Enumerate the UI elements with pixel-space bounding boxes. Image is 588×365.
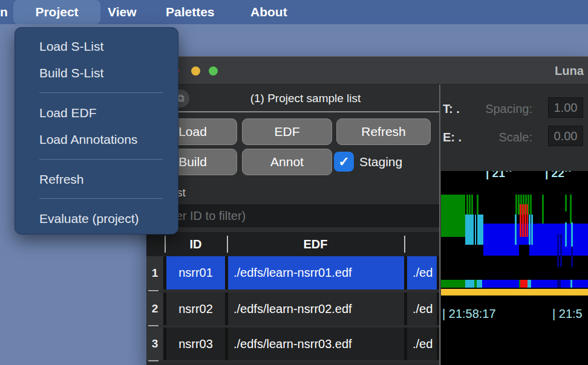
desktop: n Project View Palettes About Luna ⧉ (1)… bbox=[0, 0, 588, 365]
spacing-label: Spacing: bbox=[474, 99, 532, 119]
traffic-light-zoom-button[interactable] bbox=[209, 66, 218, 76]
pane-header: ⧉ (1) Project sample list bbox=[146, 85, 440, 112]
pane-splitter[interactable] bbox=[439, 85, 440, 365]
spacing-input[interactable]: 1.00 bbox=[548, 97, 583, 118]
hypnogram-segment-W bbox=[515, 195, 517, 215]
scale-label: Scale: bbox=[474, 127, 532, 147]
hypnogram-segment-N1 bbox=[531, 215, 533, 245]
menu-item-load-annots[interactable]: Load Annotations bbox=[15, 129, 178, 150]
hour-tick: | 2100 bbox=[486, 171, 512, 180]
row-number: 3 bbox=[146, 328, 163, 360]
hypnogram-segment-N1 bbox=[565, 222, 567, 247]
table-header: ID EDF bbox=[146, 232, 440, 256]
hypnogram-segment-R bbox=[524, 204, 526, 237]
table-row[interactable]: 3 nsrr03 ./edfs/learn-nsrr03.edf ./ed bbox=[146, 328, 440, 360]
cell-edf[interactable]: ./edfs/learn-nsrr01.edf bbox=[228, 256, 404, 289]
check-icon: ✓ bbox=[338, 154, 349, 169]
cell-edf[interactable]: ./edfs/learn-nsrr02.edf bbox=[228, 292, 404, 325]
menu-item-evaluate[interactable]: Evaluate (project) bbox=[15, 208, 178, 229]
pane-title: (1) Project sample list bbox=[171, 85, 440, 112]
row-divider bbox=[148, 290, 158, 291]
hypnogram-segment-gap bbox=[476, 215, 477, 245]
window-start-timestamp: | 21:58:17 bbox=[442, 307, 496, 321]
hypnogram-segment-R bbox=[520, 204, 521, 237]
menubar-item-about[interactable]: About bbox=[241, 0, 297, 24]
epoch-label: E: . bbox=[443, 127, 462, 147]
hour-tick: | 2200 bbox=[545, 171, 572, 180]
hypnogram-segment-W bbox=[542, 195, 544, 224]
staging-checkbox[interactable]: ✓ bbox=[334, 152, 354, 172]
menu-separator bbox=[39, 198, 163, 199]
edf-button[interactable]: EDF bbox=[242, 118, 332, 145]
hypnogram-segment-W bbox=[441, 195, 465, 237]
hypnogram-segment-W bbox=[477, 195, 479, 215]
hypnogram-segment-N2 bbox=[483, 224, 519, 256]
hypnogram-segment-gap bbox=[519, 245, 529, 256]
menubar: n Project View Palettes About bbox=[0, 0, 588, 24]
column-header-id[interactable]: ID bbox=[165, 232, 227, 256]
hypnogram-segment-R bbox=[520, 280, 528, 288]
hypnogram-segment-N3 bbox=[560, 234, 562, 267]
hypnogram-canvas[interactable]: | 2100 | 2200 | 21:58:17 | 21:5 bbox=[441, 171, 588, 365]
hypnogram-segment-N1 bbox=[477, 280, 482, 288]
cell-annot[interactable]: ./ed bbox=[407, 328, 437, 360]
cell-id[interactable]: nsrr01 bbox=[166, 256, 225, 289]
hypnogram-segment-W bbox=[530, 195, 532, 215]
menubar-item-project[interactable]: Project bbox=[13, 0, 100, 24]
cell-edf[interactable]: ./edfs/learn-nsrr03.edf bbox=[228, 328, 404, 360]
cell-annot[interactable]: ./ed bbox=[407, 256, 437, 289]
menu-item-refresh[interactable]: Refresh bbox=[15, 169, 178, 190]
hypnogram-segment-gap bbox=[474, 215, 475, 245]
column-header-edf[interactable]: EDF bbox=[227, 232, 404, 256]
menubar-item-palettes[interactable]: Palettes bbox=[156, 0, 224, 24]
hypnogram-segment-N1 bbox=[571, 222, 573, 247]
row-divider bbox=[148, 360, 158, 361]
track-label: T: . bbox=[443, 99, 460, 119]
menu-item-build-slist[interactable]: Build S-List bbox=[15, 63, 178, 83]
hypnogram-segment-W bbox=[570, 195, 572, 224]
column-divider[interactable] bbox=[404, 236, 405, 253]
id-filter-input[interactable] bbox=[148, 204, 440, 227]
hypnogram-segment-W bbox=[471, 195, 473, 215]
hypnogram-segment-W bbox=[469, 195, 471, 215]
luna-window: Luna ⧉ (1) Project sample list Load EDF … bbox=[146, 56, 588, 365]
menu-item-load-edf[interactable]: Load EDF bbox=[15, 103, 178, 123]
hypnogram-segment-N2 bbox=[531, 280, 557, 288]
refresh-button[interactable]: Refresh bbox=[336, 118, 431, 145]
menu-item-load-slist[interactable]: Load S-List bbox=[15, 36, 178, 57]
hypnogram-segment-N2 bbox=[482, 280, 519, 288]
hypnogram-segment-W bbox=[441, 280, 465, 288]
hypnogram-segment-N2 bbox=[561, 280, 570, 288]
cell-id[interactable]: nsrr03 bbox=[166, 328, 225, 360]
hypnogram-segment-R bbox=[527, 204, 528, 237]
hypnogram-segment-N3 bbox=[557, 234, 559, 267]
cell-annot[interactable]: ./ed bbox=[407, 292, 437, 325]
row-number: 1 bbox=[146, 256, 163, 289]
table-row[interactable]: 1 nsrr01 ./edfs/learn-nsrr01.edf ./ed bbox=[146, 256, 440, 289]
app-menu-fragment[interactable]: n bbox=[0, 0, 8, 24]
hypnogram-segment-marker bbox=[441, 289, 588, 296]
annot-button[interactable]: Annot bbox=[242, 149, 332, 175]
project-menu: Load S-List Build S-List Load EDF Load A… bbox=[15, 27, 178, 234]
traffic-light-minimize-button[interactable] bbox=[191, 66, 200, 76]
row-number: 2 bbox=[146, 292, 163, 325]
menubar-item-view[interactable]: View bbox=[98, 0, 146, 24]
hypnogram-segment-R bbox=[522, 204, 524, 237]
scale-input[interactable]: 0.00 bbox=[548, 126, 583, 146]
hypnogram-segment-N1 bbox=[465, 280, 474, 288]
staging-label: Staging bbox=[359, 149, 402, 175]
hypnogram-segment-N1 bbox=[529, 215, 531, 245]
row-divider bbox=[148, 325, 158, 326]
signal-pane: T: . Spacing: 1.00 E: . Scale: 0.00 | 21… bbox=[441, 85, 588, 365]
titlebar: Luna bbox=[146, 56, 588, 85]
hypnogram-segment-W bbox=[565, 195, 567, 212]
table-row[interactable]: 2 nsrr02 ./edfs/learn-nsrr02.edf ./ed bbox=[146, 292, 440, 325]
table-row-partial bbox=[146, 363, 440, 365]
hypnogram-segment-N2 bbox=[572, 280, 588, 288]
hypnogram-segment-N1 bbox=[515, 215, 517, 245]
cell-id[interactable]: nsrr02 bbox=[166, 292, 225, 325]
menu-separator bbox=[39, 159, 163, 160]
hypnogram-segment-W bbox=[466, 195, 468, 215]
window-end-timestamp: | 21:5 bbox=[552, 307, 583, 321]
hypnogram-segment-N3 bbox=[571, 247, 573, 267]
